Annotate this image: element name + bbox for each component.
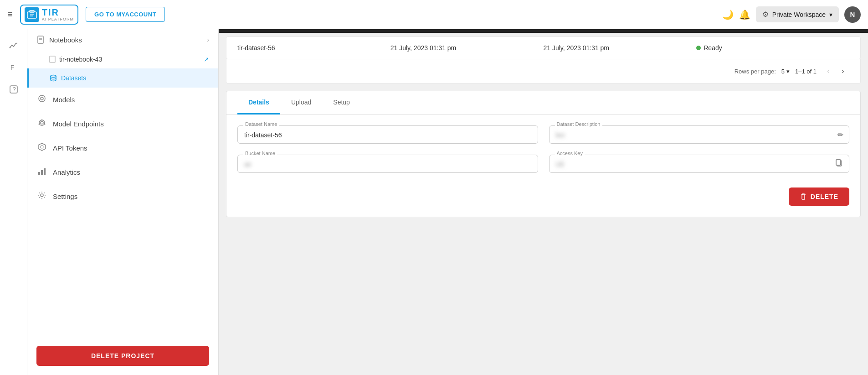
- dataset-name-label: Dataset Name: [243, 121, 279, 127]
- nav-item-settings[interactable]: Settings: [27, 184, 218, 208]
- svg-rect-11: [50, 56, 55, 62]
- delete-button[interactable]: DELETE: [789, 188, 849, 206]
- access-key-value: UE: [556, 161, 843, 168]
- main-layout: F ? Notebooks ›: [0, 29, 868, 375]
- svg-rect-22: [38, 172, 40, 175]
- notebooks-label: Notebooks: [49, 36, 82, 44]
- datasets-item-content: Datasets: [49, 74, 86, 82]
- nav-item-model-endpoints[interactable]: Model Endpoints: [27, 112, 218, 136]
- svg-point-19: [39, 124, 40, 125]
- chevron-down-icon: ▾: [829, 11, 832, 18]
- rows-per-page-value: 5: [781, 68, 785, 75]
- svg-text:?: ?: [13, 86, 16, 93]
- analytics-icon: [36, 167, 47, 178]
- svg-rect-23: [41, 170, 43, 175]
- bucket-name-field: Bucket Name ae: [237, 155, 538, 173]
- content-area: tir-dataset-56 21 July, 2023 01:31 pm 21…: [219, 29, 868, 375]
- table-header-dark: [219, 29, 868, 33]
- tab-details[interactable]: Details: [237, 91, 280, 115]
- model-endpoints-icon: [36, 118, 47, 130]
- nav-sidebar: Notebooks › tir-notebook-43 ↗ Da: [27, 29, 219, 375]
- external-link-icon[interactable]: ↗: [204, 56, 209, 63]
- form-row-2: Bucket Name ae Access Key UE: [237, 155, 849, 173]
- delete-project-button[interactable]: DELETE PROJECT: [36, 346, 209, 366]
- rows-per-page-chevron: ▾: [786, 68, 790, 75]
- avatar-button[interactable]: N: [844, 6, 861, 23]
- api-tokens-label: API Tokens: [53, 144, 87, 152]
- tab-upload[interactable]: Upload: [280, 91, 322, 115]
- notebooks-title: Notebooks: [36, 36, 82, 44]
- logo-subtitle: AI PLATFORM: [42, 17, 74, 22]
- header-left: ≡ TIR AI PLATFORM GO TO MYACCOUNT: [7, 5, 165, 25]
- pagination-next-button[interactable]: ›: [837, 65, 849, 78]
- moon-icon[interactable]: 🌙: [722, 9, 734, 20]
- logo-box: TIR AI PLATFORM: [20, 5, 78, 25]
- model-endpoints-label: Model Endpoints: [53, 120, 104, 128]
- bucket-name-label: Bucket Name: [243, 151, 277, 156]
- sidebar-icon-analytics[interactable]: [5, 36, 23, 55]
- svg-point-4: [9, 47, 10, 48]
- settings-label: Settings: [53, 193, 77, 200]
- models-label: Models: [53, 96, 75, 104]
- nav-bottom: DELETE PROJECT: [27, 337, 218, 375]
- settings-icon: [36, 191, 47, 202]
- svg-point-25: [41, 194, 43, 197]
- hamburger-icon[interactable]: ≡: [7, 9, 13, 20]
- analytics-label: Analytics: [53, 168, 80, 176]
- workspace-icon: ⚙: [762, 10, 769, 19]
- logo-area: TIR AI PLATFORM: [20, 5, 78, 25]
- datasets-label: Datasets: [61, 74, 86, 82]
- svg-rect-24: [44, 168, 46, 175]
- sidebar-icon-help[interactable]: ?: [5, 80, 23, 99]
- svg-rect-0: [27, 12, 36, 18]
- nav-item-analytics[interactable]: Analytics: [27, 160, 218, 184]
- edit-description-icon[interactable]: ✏: [837, 130, 843, 139]
- detail-content: Dataset Name tir-dataset-56 Dataset Desc…: [226, 115, 860, 217]
- logo-tir: TIR: [42, 7, 74, 17]
- svg-rect-27: [836, 160, 841, 165]
- svg-point-21: [41, 146, 43, 148]
- table-row[interactable]: tir-dataset-56 21 July, 2023 01:31 pm 21…: [226, 36, 861, 59]
- sidebar-icon-filter[interactable]: F: [5, 58, 23, 77]
- dataset-desc-label: Dataset Description: [555, 121, 602, 127]
- created-at-cell: 21 July, 2023 01:31 pm: [390, 44, 544, 52]
- notebook-item[interactable]: tir-notebook-43 ↗: [27, 50, 218, 68]
- copy-access-key-icon[interactable]: [835, 159, 843, 169]
- logo-icon: [25, 7, 39, 22]
- detail-tabs: Details Upload Setup: [226, 91, 860, 115]
- go-to-myaccount-button[interactable]: GO TO MYACCOUNT: [86, 7, 165, 22]
- pagination-bar: Rows per page: 5 ▾ 1–1 of 1 ‹ ›: [226, 59, 861, 83]
- svg-point-15: [39, 120, 45, 125]
- dataset-desc-field: Dataset Description lwv ✏: [549, 125, 850, 144]
- svg-point-18: [44, 124, 46, 125]
- svg-marker-20: [38, 143, 46, 151]
- pagination-prev-button[interactable]: ‹: [822, 65, 835, 78]
- svg-point-14: [39, 95, 45, 102]
- nav-item-datasets[interactable]: Datasets: [27, 68, 218, 88]
- dataset-name-field: Dataset Name tir-dataset-56: [237, 125, 538, 144]
- models-icon: [36, 94, 47, 105]
- rows-per-page-select[interactable]: 5 ▾: [781, 68, 790, 75]
- nav-item-api-tokens[interactable]: API Tokens: [27, 136, 218, 160]
- notebook-item-content: tir-notebook-43: [49, 56, 102, 63]
- status-label: Ready: [704, 44, 722, 52]
- nav-item-models[interactable]: Models: [27, 88, 218, 112]
- form-row-1: Dataset Name tir-dataset-56 Dataset Desc…: [237, 125, 849, 144]
- notebook-item-label: tir-notebook-43: [59, 56, 102, 63]
- workspace-button[interactable]: ⚙ Private Workspace ▾: [756, 6, 839, 22]
- header-right: 🌙 🔔 ⚙ Private Workspace ▾ N: [722, 6, 861, 23]
- rows-per-page-label: Rows per page:: [734, 68, 776, 75]
- api-tokens-icon: [36, 142, 47, 154]
- status-badge: Ready: [696, 44, 849, 52]
- svg-point-17: [41, 120, 43, 121]
- bell-icon[interactable]: 🔔: [739, 9, 750, 20]
- tab-setup[interactable]: Setup: [322, 91, 361, 115]
- pagination-range: 1–1 of 1: [795, 68, 817, 75]
- icon-sidebar: F ?: [0, 29, 27, 375]
- notebooks-chevron: ›: [207, 36, 209, 43]
- svg-point-16: [41, 121, 43, 124]
- svg-point-12: [51, 75, 56, 78]
- app-header: ≡ TIR AI PLATFORM GO TO MYACCOUNT: [0, 0, 868, 29]
- dataset-name-cell: tir-dataset-56: [237, 44, 390, 52]
- notebooks-section[interactable]: Notebooks ›: [27, 29, 218, 50]
